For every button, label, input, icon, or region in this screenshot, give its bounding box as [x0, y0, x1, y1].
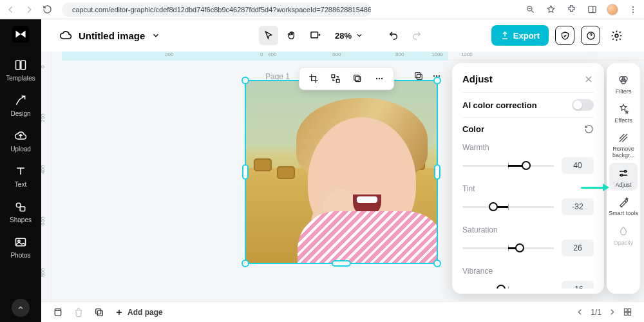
nav-photos[interactable]: Photos: [0, 230, 41, 263]
rail-effects[interactable]: Effects: [607, 99, 640, 126]
svg-rect-7: [16, 61, 21, 69]
svg-rect-37: [628, 309, 630, 312]
duplicate-icon[interactable]: [94, 307, 104, 317]
nav-templates[interactable]: Templates: [0, 53, 41, 86]
svg-rect-38: [625, 312, 627, 315]
undo-button[interactable]: [384, 26, 403, 45]
rail-opacity[interactable]: Opacity: [607, 221, 640, 249]
selection-toolbar: [299, 67, 394, 90]
slider-tint: Tint-32: [462, 178, 594, 215]
color-section-label: Color: [462, 124, 484, 134]
svg-point-18: [433, 75, 435, 77]
help-button[interactable]: [581, 26, 600, 45]
grid-view-icon[interactable]: [623, 307, 632, 317]
rail-remove-bg[interactable]: Remove backgr...: [607, 128, 640, 162]
nav-photos-label: Photos: [10, 252, 30, 259]
slider-value[interactable]: -32: [562, 198, 594, 215]
nav-upload-label: Upload: [10, 146, 31, 153]
slider-label: Vibrance: [462, 267, 594, 276]
svg-rect-11: [16, 238, 26, 246]
slider-label: Warmth: [462, 143, 594, 152]
reload-icon[interactable]: [41, 4, 53, 15]
nav-upload[interactable]: Upload: [0, 124, 41, 156]
replace-icon[interactable]: [329, 72, 342, 85]
export-button[interactable]: Export: [491, 25, 549, 46]
resize-handle-w[interactable]: [242, 164, 249, 180]
layers-icon[interactable]: [351, 72, 364, 85]
app-logo-icon[interactable]: [11, 24, 30, 44]
slider-thumb[interactable]: [522, 161, 531, 170]
svg-point-27: [381, 78, 383, 79]
svg-rect-23: [355, 77, 361, 82]
document-title-group[interactable]: Untitled image: [59, 29, 160, 42]
svg-point-32: [621, 174, 623, 176]
resize-handle-ne[interactable]: [433, 77, 441, 84]
reset-color-icon[interactable]: [584, 124, 594, 134]
ai-color-toggle[interactable]: [572, 99, 594, 111]
slider-thumb[interactable]: [515, 243, 524, 252]
selected-image[interactable]: [245, 80, 438, 264]
nav-design-label: Design: [10, 110, 30, 117]
svg-rect-35: [96, 308, 101, 314]
slider-thumb[interactable]: [497, 285, 506, 289]
slider-track[interactable]: [462, 289, 554, 289]
resize-dropdown-button[interactable]: [305, 26, 325, 45]
upload-icon: [500, 31, 509, 40]
bottom-bar: Add page 1/1: [41, 301, 644, 322]
crop-icon[interactable]: [307, 72, 320, 85]
rail-filters[interactable]: Filters: [607, 70, 640, 97]
url-text: capcut.com/editor-graphic/cdef8d12dbd74f…: [72, 6, 371, 14]
redo-button[interactable]: [407, 26, 426, 45]
zoom-icon[interactable]: [524, 4, 536, 15]
resize-handle-se[interactable]: [433, 260, 441, 267]
resize-handle-s[interactable]: [332, 260, 351, 267]
more-options-icon[interactable]: [373, 72, 386, 85]
page-indicator: 1/1: [591, 308, 601, 317]
svg-point-26: [379, 78, 380, 79]
slider-thumb[interactable]: [489, 202, 498, 211]
pages-menu-icon[interactable]: [53, 307, 63, 317]
svg-rect-8: [21, 61, 26, 69]
add-page-button[interactable]: Add page: [115, 308, 163, 317]
export-label: Export: [513, 31, 540, 41]
bookmark-icon[interactable]: [545, 4, 556, 15]
slider-track[interactable]: [462, 165, 554, 167]
slider-value[interactable]: 26: [562, 240, 594, 256]
right-tool-rail: Filters Effects Remove backgr... Adjust …: [607, 63, 640, 294]
slider-value[interactable]: -16: [562, 281, 594, 289]
nav-forward-icon[interactable]: [23, 4, 35, 15]
resize-handle-sw[interactable]: [242, 260, 249, 267]
prev-page-icon[interactable]: [576, 308, 584, 316]
zoom-dropdown[interactable]: 28%: [328, 31, 367, 41]
next-page-icon[interactable]: [608, 308, 616, 316]
rail-collapse-button[interactable]: [12, 299, 30, 317]
svg-rect-10: [20, 207, 24, 211]
shield-button[interactable]: [555, 26, 574, 45]
rail-adjust[interactable]: Adjust: [609, 163, 638, 191]
svg-rect-36: [625, 309, 627, 312]
side-panel-icon[interactable]: [586, 4, 598, 15]
nav-text[interactable]: Text: [0, 159, 41, 192]
overflow-menu-icon[interactable]: [627, 4, 639, 15]
horizontal-ruler: 0 200 400 600 800 1000 1200: [62, 52, 644, 61]
slider-label: Saturation: [462, 225, 594, 234]
profile-avatar[interactable]: [607, 4, 618, 15]
delete-page-icon[interactable]: [73, 307, 84, 317]
slider-value[interactable]: 40: [562, 157, 594, 174]
slider-warmth: Warmth40: [462, 137, 594, 174]
nav-design[interactable]: Design: [0, 88, 41, 121]
nav-shapes[interactable]: Shapes: [0, 194, 41, 227]
slider-track[interactable]: [462, 247, 554, 249]
slider-track[interactable]: [462, 206, 554, 208]
rail-smart-tools[interactable]: Smart tools: [607, 192, 640, 220]
close-icon[interactable]: [583, 74, 594, 84]
canvas-area[interactable]: 0 200 400 600 800 1000 1200 Page 1: [52, 52, 644, 301]
resize-handle-e[interactable]: [434, 164, 440, 180]
extensions-icon[interactable]: [565, 4, 577, 15]
hand-tool-button[interactable]: [282, 26, 301, 45]
nav-back-icon[interactable]: [5, 4, 17, 15]
resize-handle-nw[interactable]: [242, 77, 249, 84]
address-bar[interactable]: capcut.com/editor-graphic/cdef8d12dbd74f…: [62, 3, 371, 17]
select-tool-button[interactable]: [259, 26, 278, 45]
settings-button[interactable]: [607, 26, 626, 45]
